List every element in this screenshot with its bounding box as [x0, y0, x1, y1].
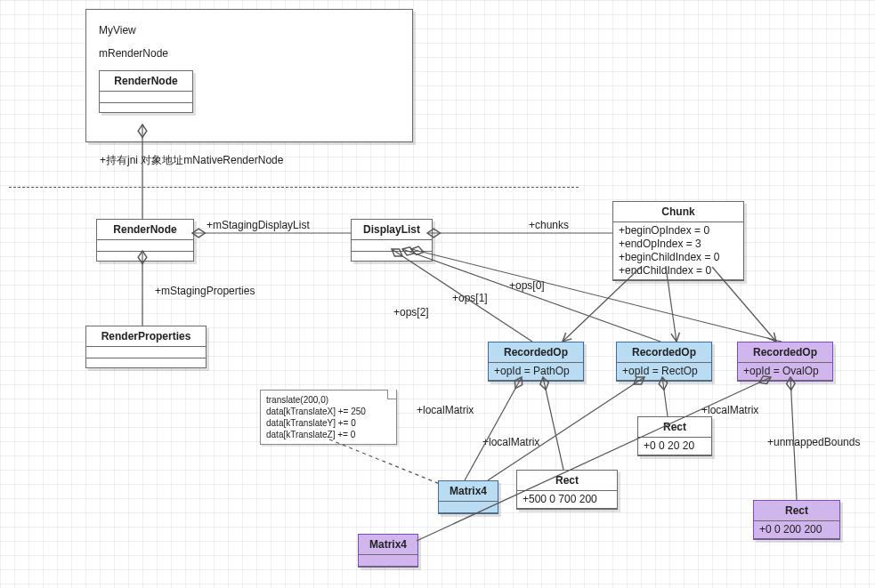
class-title: RenderProperties	[86, 326, 206, 347]
chunk-attr: +endChildIndex = 0	[619, 264, 738, 278]
layer-separator	[9, 187, 579, 188]
label-localmatrix-2: +localMatrix	[482, 436, 539, 448]
class-displaylist: DisplayList	[351, 219, 433, 262]
chunk-attr: +endOpIndex = 3	[619, 238, 738, 251]
svg-line-8	[543, 377, 563, 470]
class-title: RenderNode	[100, 71, 192, 92]
note-line: translate(200,0)	[266, 394, 391, 406]
class-rect-small: Rect +0 0 20 20	[637, 416, 712, 456]
class-title: RenderNode	[97, 220, 193, 240]
class-recordedop-path: RecordedOp +opId = PathOp	[488, 342, 584, 382]
class-title: Rect	[517, 471, 617, 491]
class-recordedop-oval: RecordedOp +opId = OvalOp	[737, 342, 833, 382]
label-mstagingdisplaylist: +mStagingDisplayList	[207, 219, 310, 231]
note-line: data[kTranslateX] += 250	[266, 406, 391, 417]
class-renderproperties: RenderProperties	[85, 326, 207, 368]
label-unmappedbounds: +unmappedBounds	[767, 436, 860, 448]
svg-line-7	[465, 377, 522, 480]
class-rect-purple: Rect +0 0 200 200	[753, 500, 840, 540]
label-ops0: +ops[0]	[509, 279, 545, 292]
rect-attr: +500 0 700 200	[523, 493, 597, 505]
class-title: Rect	[754, 501, 839, 521]
label-localmatrix-1: +localMatrix	[417, 404, 474, 416]
rect-attr: +0 0 200 200	[759, 523, 822, 536]
svg-line-11	[417, 377, 771, 541]
recordedop-attr: +opId = RectOp	[622, 365, 698, 377]
label-jni: +持有jni 对象地址mNativeRenderNode	[100, 153, 283, 168]
class-matrix4-blue: Matrix4	[438, 480, 498, 514]
label-ops2: +ops[2]	[393, 306, 429, 318]
class-title: RecordedOp	[617, 342, 711, 363]
class-title: DisplayList	[352, 220, 432, 240]
svg-line-9	[662, 377, 668, 416]
note-line: data[kTranslateZ] += 0	[266, 429, 391, 440]
class-recordedop-rect: RecordedOp +opId = RectOp	[616, 342, 712, 382]
note-translate: translate(200,0) data[kTranslateX] += 25…	[260, 390, 397, 445]
recordedop-attr: +opId = OvalOp	[743, 365, 819, 377]
class-title: RecordedOp	[738, 342, 832, 363]
myview-container: MyView mRenderNode RenderNode	[85, 9, 413, 142]
label-ops1: +ops[1]	[452, 292, 488, 304]
chunk-attr: +beginChildIndex = 0	[619, 251, 738, 264]
class-chunk: Chunk +beginOpIndex = 0 +endOpIndex = 3 …	[612, 201, 744, 281]
label-chunks: +chunks	[529, 219, 569, 231]
rect-attr: +0 0 20 20	[644, 439, 694, 452]
label-localmatrix-3: +localMatrix	[701, 404, 758, 416]
label-mstagingproperties: +mStagingProperties	[155, 285, 255, 297]
class-rect-wide: Rect +500 0 700 200	[516, 470, 618, 510]
class-title: Chunk	[613, 202, 743, 222]
note-line: data[kTranslateY] += 0	[266, 417, 391, 429]
svg-line-16	[329, 439, 440, 484]
recordedop-attr: +opId = PathOp	[494, 365, 570, 377]
myview-title: MyView	[99, 24, 400, 36]
class-rendernode-java: RenderNode	[99, 70, 193, 113]
class-title: Matrix4	[359, 535, 417, 555]
svg-line-10	[488, 377, 644, 480]
myview-field: mRenderNode	[99, 47, 400, 60]
class-title: RecordedOp	[489, 342, 583, 363]
class-title: Matrix4	[439, 481, 498, 502]
class-title: Rect	[638, 417, 711, 438]
class-rendernode-native: RenderNode	[96, 219, 194, 262]
chunk-attr: +beginOpIndex = 0	[619, 224, 738, 238]
class-matrix4-purple: Matrix4	[358, 534, 418, 568]
